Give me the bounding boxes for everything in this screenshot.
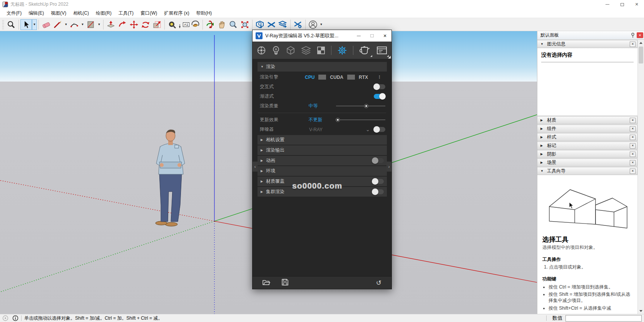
info-icon[interactable] [12,315,18,321]
followme-tool-icon[interactable] [117,19,128,30]
chaos-extension-icon[interactable] [266,19,277,30]
maximize-button[interactable] [615,0,629,9]
scenes-header[interactable]: ▶ 场景 ✕ [537,158,637,167]
eraser-tool-icon[interactable] [40,19,52,30]
vray-lights-icon[interactable] [272,46,280,55]
section-camera-settings[interactable]: ▶ 相机设置 [258,135,387,145]
line-tool-icon[interactable] [52,19,64,30]
menu-help[interactable]: 帮助(H) [193,9,216,18]
vray-frame-buffer-icon[interactable] [376,46,387,55]
zoom-tool-icon[interactable] [5,19,17,30]
engine-menu-icon[interactable]: ⋮ [373,75,385,80]
styles-header[interactable]: ▶ 样式 ✕ [537,133,637,141]
minimize-button[interactable] [600,0,615,9]
vray-textures-icon[interactable] [301,46,311,55]
select-tool-dropdown[interactable]: ▼ [32,19,37,30]
arc-tool-icon[interactable] [69,19,80,30]
default-panel-close-button[interactable]: ✕ [637,32,643,38]
section-environment[interactable]: ▶ 环境 [258,166,387,176]
line-tool-dropdown[interactable]: ▼ [64,19,69,30]
vray-minimize-button[interactable] [352,30,365,42]
material-override-toggle[interactable] [372,179,384,184]
text-tool-icon[interactable]: A1 [178,19,189,30]
progressive-toggle[interactable] [374,94,385,99]
quality-slider[interactable] [336,103,385,108]
move-tool-icon[interactable] [128,19,140,30]
denoiser-dropdown-icon[interactable]: ⌄ [366,127,370,132]
materials-header[interactable]: ▶ 材质 ✕ [537,116,637,124]
cluster-render-toggle[interactable] [372,189,384,194]
vray-render-elements-icon[interactable] [317,46,325,55]
extension-warehouse-icon[interactable] [254,19,266,30]
pan-tool-icon[interactable] [216,19,227,30]
shadows-close-button[interactable]: ✕ [630,152,636,157]
entity-info-header[interactable]: ▼ 图元信息 ✕ [537,40,637,48]
panel-scrollbar[interactable] [637,40,644,314]
paint-bucket-tool-icon[interactable] [189,19,201,30]
menu-draw[interactable]: 绘图(R) [92,9,115,18]
vray-render-icon[interactable] [359,46,371,55]
scroll-up-button[interactable] [638,40,644,46]
zoom-icon[interactable] [227,19,239,30]
tags-header[interactable]: ▶ 标记 ✕ [537,142,637,150]
collapse-right-arrow[interactable]: › [386,162,391,172]
collapse-left-arrow[interactable]: ‹ [253,162,258,172]
components-close-button[interactable]: ✕ [630,126,636,132]
animation-toggle[interactable] [372,158,384,163]
engine-option-rtx[interactable]: RTX [355,75,372,80]
menu-edit[interactable]: 编辑(E) [25,9,47,18]
select-tool-button[interactable] [20,19,32,30]
instructor-header[interactable]: ▼ 工具向导 ✕ [537,167,637,175]
menu-window[interactable]: 窗口(W) [137,9,161,18]
orbit-tool-icon[interactable] [204,19,216,30]
open-file-icon[interactable] [263,279,270,287]
revert-icon[interactable]: ↺ [376,279,381,287]
save-file-icon[interactable] [282,279,288,287]
section-render[interactable]: ▼ 渲染 [258,62,387,72]
vray-settings-icon[interactable] [337,45,347,55]
section-animation[interactable]: ▶ 动画 [258,156,387,165]
toolbar-grip[interactable] [2,20,4,30]
scale-tool-icon[interactable] [151,19,163,30]
measurements-input[interactable] [565,315,642,322]
styles-close-button[interactable]: ✕ [630,135,636,140]
vray-close-button[interactable]: ✕ [378,30,391,42]
menu-view[interactable]: 视图(V) [47,9,70,18]
scroll-thumb[interactable] [639,47,643,63]
arc-tool-dropdown[interactable]: ▼ [80,19,85,30]
pin-icon[interactable] [631,33,635,38]
zoom-extents-icon[interactable] [239,19,251,30]
menu-extensions[interactable]: 扩展程序 (x) [161,9,192,18]
extension-settings-icon[interactable] [292,19,304,30]
vray-materials-icon[interactable] [257,46,266,55]
user-account-dropdown[interactable]: ▼ [319,19,324,30]
close-button[interactable]: ✕ [629,0,644,9]
menu-file[interactable]: 文件(F) [3,9,25,18]
scenes-close-button[interactable]: ✕ [630,160,636,165]
layers-share-icon[interactable] [277,19,289,30]
vray-maximize-button[interactable] [365,30,378,42]
components-header[interactable]: ▶ 组件 ✕ [537,125,637,133]
engine-option-cpu[interactable]: CPU [301,75,318,80]
menu-camera[interactable]: 相机(C) [70,9,92,18]
denoiser-toggle[interactable] [374,127,385,132]
materials-close-button[interactable]: ✕ [630,118,636,123]
shadows-header[interactable]: ▶ 阴影 ✕ [537,150,637,158]
engine-option-cuda[interactable]: CUDA [326,75,347,80]
rectangle-tool-icon[interactable] [85,19,97,30]
section-render-output[interactable]: ▶ 渲染输出 [258,145,387,155]
rotate-tool-icon[interactable] [140,19,151,30]
interactive-toggle[interactable] [374,84,385,89]
rectangle-tool-dropdown[interactable]: ▼ [97,19,102,30]
update-effects-slider[interactable] [336,117,385,122]
menu-tools[interactable]: 工具(T) [115,9,137,18]
instructor-close-button[interactable]: ✕ [630,169,636,174]
entity-info-close-button[interactable]: ✕ [630,42,636,47]
pushpull-tool-icon[interactable] [105,19,117,30]
vray-geometry-icon[interactable] [286,46,295,55]
tags-close-button[interactable]: ✕ [630,143,636,148]
scroll-down-button[interactable] [638,308,644,314]
geolocation-icon[interactable] [2,315,8,321]
tape-measure-tool-icon[interactable] [166,19,178,30]
user-account-icon[interactable] [307,19,319,30]
